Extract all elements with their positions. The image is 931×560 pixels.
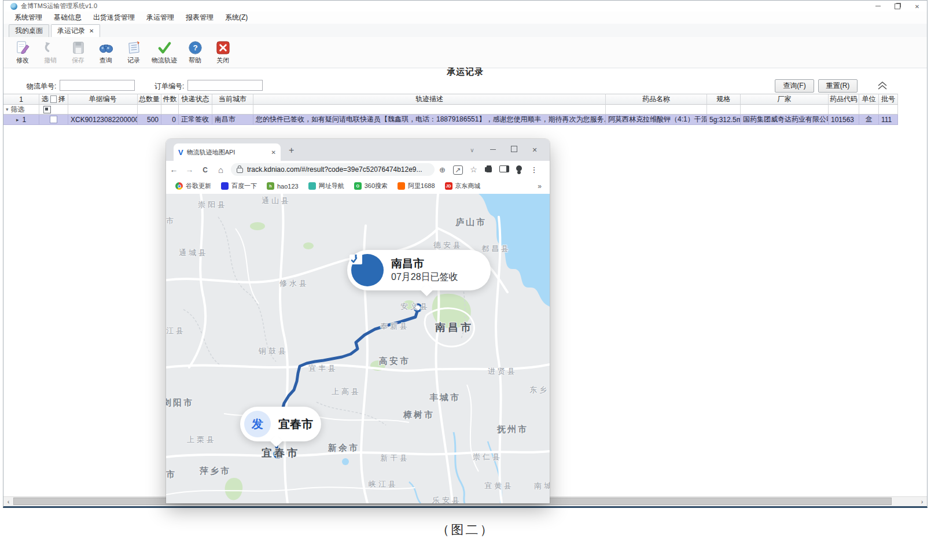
close-button[interactable]	[907, 1, 927, 12]
filter-cell[interactable]	[39, 105, 68, 115]
column-header[interactable]: 1	[3, 94, 39, 105]
url-omnibox[interactable]: track.kdniao.com/#/result?code=39e7c5207…	[231, 163, 435, 176]
browser-menu-icon[interactable]	[527, 165, 542, 174]
filter-cell	[606, 105, 707, 115]
zoom-icon[interactable]	[435, 165, 450, 174]
bookmarks-overflow-icon[interactable]	[538, 182, 542, 190]
new-tab-button[interactable]	[289, 146, 294, 155]
menu-item-4[interactable]: 报表管理	[181, 12, 219, 24]
menu-item-1[interactable]: 基础信息	[49, 12, 87, 24]
order-no-input[interactable]	[187, 80, 263, 91]
undo-icon	[43, 40, 58, 56]
filter-cell	[179, 105, 212, 115]
bookmark-item[interactable]: O360搜索	[354, 182, 388, 190]
cell: XCK901230822000001	[68, 115, 138, 125]
kdniao-favicon-icon	[178, 148, 183, 157]
query-button[interactable]: 查询	[94, 39, 118, 65]
browser-close-button[interactable]	[524, 146, 545, 154]
close-tab-button[interactable]: 关闭	[211, 39, 235, 65]
forward-icon[interactable]	[182, 165, 197, 174]
collapse-chevron-icon[interactable]	[876, 80, 889, 91]
logistics-track-button[interactable]: 物流轨迹	[149, 39, 179, 65]
row-expand-icon[interactable]	[16, 117, 19, 123]
column-header[interactable]: 规格	[707, 94, 741, 105]
bookmark-item[interactable]: 阿里1688	[398, 182, 435, 190]
bookmark-item[interactable]: 百度一下	[221, 182, 257, 190]
hao123-icon: h	[267, 182, 274, 190]
column-header[interactable]: 单据编号	[68, 94, 138, 105]
tab-search-button[interactable]	[462, 146, 483, 154]
tab-carrier-records[interactable]: 承运记录	[51, 24, 100, 37]
column-header[interactable]: 快递状态	[179, 94, 212, 105]
bookmark-item[interactable]: 网址导航	[308, 182, 344, 190]
row-checkbox[interactable]	[50, 116, 57, 123]
side-panel-icon[interactable]	[496, 165, 512, 174]
tab-close-icon[interactable]	[89, 28, 94, 34]
menu-item-0[interactable]: 系统管理	[9, 12, 47, 24]
table-row[interactable]: 1XCK9012308220000015000正常签收南昌市您的快件已签收，如有…	[3, 115, 927, 125]
map-label: 乐安县	[432, 495, 462, 503]
column-header[interactable]: 当前城市	[212, 94, 253, 105]
query-f-button[interactable]: 查询(F)	[775, 79, 814, 93]
cell[interactable]	[39, 115, 68, 125]
reload-icon[interactable]	[197, 165, 213, 174]
reset-r-button[interactable]: 重置(R)	[818, 79, 858, 93]
minimize-button[interactable]	[868, 1, 888, 12]
bookmarks-bar: 谷歌更新百度一下hhao123网址导航O360搜索阿里1688JD京东商城	[166, 178, 550, 194]
back-icon[interactable]	[166, 165, 182, 174]
column-header[interactable]: 批号	[879, 94, 898, 105]
record-button[interactable]: 记录	[122, 39, 146, 65]
column-header[interactable]: 轨迹描述	[253, 94, 606, 105]
toolbar: 修改 撤销 保存	[3, 37, 927, 68]
column-header[interactable]: 药品代码	[829, 94, 859, 105]
header-checkbox[interactable]	[50, 95, 57, 103]
extensions-icon[interactable]	[481, 165, 496, 174]
undo-button[interactable]: 撤销	[38, 39, 62, 65]
browser-tab[interactable]: 物流轨迹地图API	[174, 143, 281, 161]
scroll-left-icon[interactable]	[3, 497, 13, 506]
filter-cell[interactable]: 筛选	[3, 105, 39, 115]
maximize-icon	[511, 146, 517, 154]
browser-tab-close-icon[interactable]	[271, 149, 276, 156]
share-icon[interactable]	[450, 165, 466, 174]
notepad-icon	[126, 40, 142, 56]
column-header[interactable]: 单位	[859, 94, 879, 105]
bookmark-item[interactable]: hhao123	[267, 182, 299, 190]
menu-item-2[interactable]: 出货送货管理	[88, 12, 140, 24]
filter-cell	[707, 105, 741, 115]
scroll-right-icon[interactable]	[917, 497, 927, 506]
save-button[interactable]: 保存	[66, 39, 90, 65]
map-area[interactable]: 崇阳县通山县市庐山市通城县德安县都昌县修水县江县安义县奉新县南昌市铜鼓县宜丰县高…	[166, 194, 550, 503]
map-label: 高安市	[379, 356, 410, 367]
tab-my-desktop[interactable]: 我的桌面	[9, 24, 49, 37]
browser-minimize-button[interactable]	[483, 146, 503, 154]
browser-maximize-button[interactable]	[503, 146, 524, 154]
map-label: 通城县	[179, 248, 208, 258]
column-header[interactable]: 件数	[161, 94, 179, 105]
column-header[interactable]: 厂家	[741, 94, 829, 105]
address-bar: track.kdniao.com/#/result?code=39e7c5207…	[166, 161, 550, 178]
bookmark-item[interactable]: JD京东商城	[445, 182, 481, 190]
parcel-check-icon	[351, 254, 384, 286]
filter-checkbox[interactable]	[43, 106, 51, 113]
menu-item-5[interactable]: 系统(Z)	[220, 12, 253, 24]
edit-button[interactable]: 修改	[10, 39, 35, 65]
column-header[interactable]: 选择	[39, 94, 68, 105]
bookmark-star-icon[interactable]	[466, 165, 481, 174]
grid-filter-row: 筛选	[3, 105, 927, 115]
map-label: 上栗县	[187, 434, 216, 445]
menu-item-3[interactable]: 承运管理	[141, 12, 179, 24]
bookmark-item[interactable]: 谷歌更新	[175, 182, 211, 190]
map-label: 抚州市	[497, 424, 528, 435]
profile-avatar-icon[interactable]	[512, 165, 527, 174]
column-header[interactable]: 总数量	[138, 94, 161, 105]
filter-dropdown-icon[interactable]	[6, 106, 9, 112]
help-button[interactable]: ? 帮助	[183, 39, 207, 65]
column-header[interactable]: 药品名称	[606, 94, 707, 105]
filter-cell	[859, 105, 879, 115]
home-icon[interactable]	[213, 165, 229, 175]
restore-button[interactable]	[888, 1, 907, 12]
tool-label: 帮助	[189, 56, 201, 65]
logistics-no-input[interactable]	[60, 80, 135, 91]
map-label: 宜丰县	[308, 363, 338, 374]
